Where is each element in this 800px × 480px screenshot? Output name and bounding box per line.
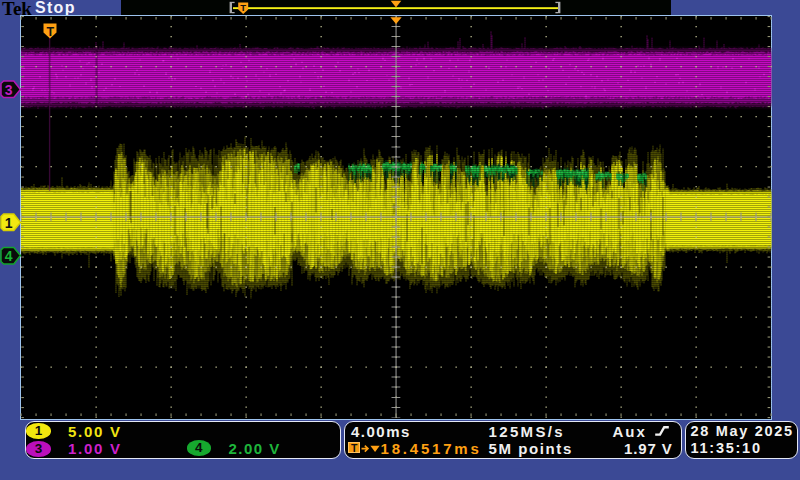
svg-text:T: T — [46, 25, 54, 39]
svg-text:3: 3 — [5, 82, 13, 98]
svg-text:1: 1 — [5, 215, 13, 231]
svg-text:4: 4 — [5, 248, 13, 264]
